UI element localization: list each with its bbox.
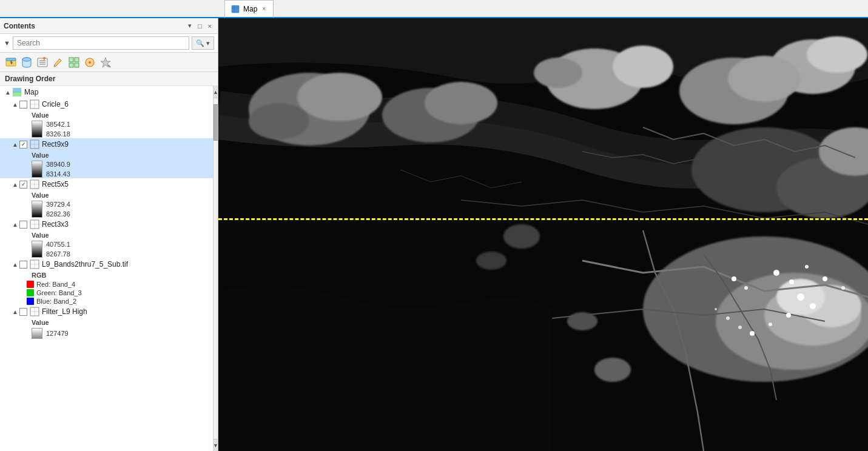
checkbox-rect9x9[interactable] xyxy=(19,141,27,149)
red-band-label: Red: Band_4 xyxy=(36,281,75,288)
collapse-rect3x3[interactable]: ▲ xyxy=(12,221,19,228)
rect5x5-gradient-swatch xyxy=(32,201,42,218)
svg-point-72 xyxy=(297,73,382,121)
collapse-rect9x9[interactable]: ▲ xyxy=(12,141,19,148)
layer-item-filterl9high[interactable]: ▲ Filter_L9 High xyxy=(0,306,213,318)
layer-item-rect3x3[interactable]: ▲ Rect3x3 xyxy=(0,218,213,230)
checkbox-cricle6[interactable] xyxy=(19,101,27,109)
rect3x3-value-label: Value xyxy=(32,232,49,239)
pin-button[interactable]: ▾ xyxy=(186,21,194,30)
database-tool[interactable] xyxy=(19,55,34,70)
map-area[interactable] xyxy=(218,18,868,451)
rect3x3-gradient-swatch xyxy=(32,241,42,258)
layer-item-cricle6[interactable]: ▲ Cricle_6 xyxy=(0,98,213,110)
l9bands-label: L9_Bands2thru7_5_Sub.tif xyxy=(42,260,128,269)
filterl9high-icon xyxy=(30,307,39,316)
rect9x9-swatch-values: 38940.9 8314.43 xyxy=(46,161,70,178)
rect5x5-value-label: Value xyxy=(32,192,49,199)
filter-layer-tool[interactable] xyxy=(35,55,50,70)
search-button[interactable]: 🔍 ▾ xyxy=(192,36,214,50)
map-svg xyxy=(218,18,868,451)
rect3x3-icon xyxy=(30,219,39,229)
cricle6-label: Cricle_6 xyxy=(42,100,69,109)
svg-point-75 xyxy=(425,82,497,124)
rect9x9-icon xyxy=(30,139,39,149)
filter-layer-icon xyxy=(36,56,49,68)
scroll-track xyxy=(214,98,218,439)
scroll-down-btn[interactable]: ▼ xyxy=(214,439,218,451)
map-layer-label: Map xyxy=(24,88,38,96)
cricle6-gradient-swatch xyxy=(32,121,42,138)
rect9x9-gradient-swatch xyxy=(32,161,42,178)
add-layer-tool[interactable] xyxy=(4,55,18,70)
checkbox-l9bands[interactable] xyxy=(19,261,27,269)
green-band-label: Green: Band_3 xyxy=(36,289,82,296)
svg-point-67 xyxy=(750,331,755,336)
cricle6-low-val: 8326.18 xyxy=(46,130,70,138)
filterl9high-value-header: Value xyxy=(0,318,213,327)
star-tool[interactable] xyxy=(98,55,113,70)
svg-rect-0 xyxy=(232,5,239,13)
svg-point-45 xyxy=(807,36,867,73)
svg-point-63 xyxy=(797,293,804,301)
header-controls: ▾ □ × xyxy=(186,21,214,30)
l9bands-green-row: Green: Band_3 xyxy=(0,289,213,297)
circle-tool[interactable] xyxy=(82,55,97,70)
collapse-cricle6[interactable]: ▲ xyxy=(12,101,19,108)
collapse-rect5x5[interactable]: ▲ xyxy=(12,181,19,188)
blue-dot xyxy=(27,298,34,305)
layer-tree-scroll: ▲ Map ▲ C xyxy=(0,86,218,451)
svg-point-42 xyxy=(613,45,673,88)
filterl9high-gradient-row: 127479 xyxy=(0,327,213,339)
svg-point-73 xyxy=(249,103,309,139)
filterl9high-high-val: 127479 xyxy=(46,330,69,337)
tab-bar: Map × xyxy=(0,0,868,18)
layer-item-l9bands[interactable]: ▲ L9_Bands2thru7_5_Sub.tif xyxy=(0,258,213,270)
scroll-thumb[interactable] xyxy=(214,104,218,141)
rect5x5-low-val: 8282.36 xyxy=(46,210,70,218)
layer-item-rect5x5[interactable]: ▲ Rect5x5 xyxy=(0,178,213,190)
collapse-map[interactable]: ▲ xyxy=(5,89,12,96)
green-dot xyxy=(27,289,34,296)
search-input[interactable] xyxy=(13,36,189,50)
contents-header: Contents ▾ □ × xyxy=(0,18,218,34)
svg-point-79 xyxy=(476,252,506,270)
map-tab[interactable]: Map × xyxy=(224,0,274,18)
rect5x5-high-val: 39729.4 xyxy=(46,201,70,208)
yellow-dashed-line xyxy=(218,218,868,220)
rect9x9-value-label: Value xyxy=(32,152,49,159)
close-panel-button[interactable]: × xyxy=(206,22,214,30)
rect5x5-value-header: Value xyxy=(0,190,213,200)
database-icon xyxy=(21,56,33,68)
rect9x9-gradient-row: 38940.9 8314.43 xyxy=(0,160,213,178)
l9bands-blue-row: Blue: Band_2 xyxy=(0,297,213,306)
rect5x5-swatch-values: 39729.4 8282.36 xyxy=(46,201,70,218)
layer-tree: ▲ Map ▲ C xyxy=(0,86,213,451)
contents-title: Contents xyxy=(4,22,35,30)
map-layer-icon xyxy=(12,87,22,97)
map-tab-icon xyxy=(231,5,240,13)
sidebar-scrollbar[interactable]: ▲ ▼ xyxy=(213,86,218,451)
cricle6-gradient-row: 38542.1 8326.18 xyxy=(0,120,213,138)
rect3x3-swatch-values: 40755.1 8267.78 xyxy=(46,241,70,258)
svg-point-70 xyxy=(715,308,717,310)
layer-item-map[interactable]: ▲ Map xyxy=(0,86,213,98)
grid-tool[interactable] xyxy=(67,55,81,70)
l9bands-icon xyxy=(30,259,39,269)
scroll-up-btn[interactable]: ▲ xyxy=(214,86,218,98)
layer-item-rect9x9[interactable]: ▲ Rect9x9 xyxy=(0,138,213,150)
svg-point-55 xyxy=(567,312,597,330)
checkbox-rect3x3[interactable] xyxy=(19,221,27,229)
star-icon xyxy=(99,56,112,68)
float-button[interactable]: □ xyxy=(195,22,204,30)
collapse-filterl9high[interactable]: ▲ xyxy=(12,309,19,315)
edit-tool[interactable] xyxy=(51,55,66,70)
rect5x5-label: Rect5x5 xyxy=(42,180,69,189)
map-tab-close[interactable]: × xyxy=(261,5,267,13)
checkbox-filterl9high[interactable] xyxy=(19,308,27,316)
svg-point-61 xyxy=(823,276,827,281)
collapse-l9bands[interactable]: ▲ xyxy=(12,261,19,268)
checkbox-rect5x5[interactable] xyxy=(19,181,27,189)
sidebar: Contents ▾ □ × ▼ 🔍 ▾ xyxy=(0,18,218,451)
svg-point-64 xyxy=(810,303,816,309)
